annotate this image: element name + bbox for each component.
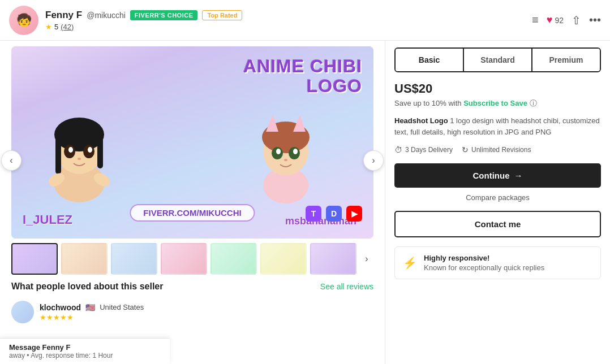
svg-point-20 xyxy=(293,149,298,154)
thumbnail-6[interactable] xyxy=(260,243,307,275)
star-icon: ★ xyxy=(45,23,52,31)
response-time: Avg. response time: 1 Hour xyxy=(31,352,113,359)
svg-point-8 xyxy=(88,147,92,153)
subscribe-to-save-link[interactable]: Subscribe to Save xyxy=(463,99,527,107)
responsive-text: Highly responsive! Known for exceptional… xyxy=(424,254,544,272)
chevron-right-icon: › xyxy=(372,155,375,166)
svg-point-2 xyxy=(54,118,104,151)
lightning-icon: ⚡ xyxy=(403,256,417,270)
social-icons: T D ▶ xyxy=(306,206,362,222)
reviews-title: What people loved about this seller xyxy=(11,281,163,292)
save-count: ♥ 92 xyxy=(547,14,564,26)
arrow-right-icon: → xyxy=(514,171,523,180)
thumbnail-5[interactable] xyxy=(211,243,257,275)
feature-delivery: ⏱ 3 Days Delivery xyxy=(394,145,453,154)
right-panel: Basic Standard Premium US$20 Save up to … xyxy=(385,41,610,364)
rating-count[interactable]: (42) xyxy=(61,23,74,31)
header-actions: ≡ ♥ 92 ⇧ ••• xyxy=(532,14,601,27)
chibi-character-left xyxy=(34,92,124,207)
youtube-icon: ▶ xyxy=(346,206,362,222)
rating-value: 5 xyxy=(54,23,58,31)
svg-point-9 xyxy=(78,158,81,160)
fiverrs-choice-badge: FIVERR'S CHOICE xyxy=(130,10,198,20)
gallery-image-bg: ANIME CHIBI LOGO xyxy=(11,46,373,239)
away-status: away xyxy=(9,352,25,359)
seller-handle: @mikucchi xyxy=(87,11,126,20)
package-features: ⏱ 3 Days Delivery ↻ Unlimited Revisions xyxy=(394,145,601,154)
package-description: Headshot Logo 1 logo design with headsho… xyxy=(394,115,601,137)
reviewer-info: klochwood 🇺🇸 United States ★★★★★ xyxy=(40,303,144,322)
message-bar-title: Message Fenny F xyxy=(9,343,161,352)
compare-packages-link[interactable]: Compare packages xyxy=(394,193,601,202)
main-content: ANIME CHIBI LOGO xyxy=(0,41,610,364)
message-bar-sub: away • Avg. response time: 1 Hour xyxy=(9,352,161,359)
refresh-icon: ↻ xyxy=(462,145,469,154)
seller-info: Fenny F @mikucchi FIVERR'S CHOICE Top Ra… xyxy=(45,10,242,31)
responsive-title: Highly responsive! xyxy=(424,254,544,262)
svg-point-7 xyxy=(68,147,73,153)
character-name-left: I_JULEZ xyxy=(23,213,72,227)
reviewer-avatar xyxy=(11,301,34,323)
revisions-text: Unlimited Revisions xyxy=(471,146,531,154)
reviewer-stars: ★★★★★ xyxy=(40,313,74,322)
tab-basic[interactable]: Basic xyxy=(396,49,464,71)
package-title: Headshot Logo xyxy=(394,116,448,125)
share-button[interactable]: ⇧ xyxy=(572,14,581,27)
anime-logo-title: ANIME CHIBI LOGO xyxy=(243,57,362,96)
gallery-prev-button[interactable]: ‹ xyxy=(1,150,22,171)
responsive-badge-box: ⚡ Highly responsive! Known for exception… xyxy=(394,246,601,279)
thumbnail-1[interactable] xyxy=(11,243,58,275)
gallery-next-button[interactable]: › xyxy=(363,150,384,171)
see-all-reviews-link[interactable]: See all reviews xyxy=(320,282,373,291)
left-panel: ANIME CHIBI LOGO xyxy=(0,41,385,364)
svg-point-19 xyxy=(276,149,281,154)
menu-icon: ≡ xyxy=(532,14,539,27)
heart-count-value: 92 xyxy=(555,16,564,25)
reviewer-flag-icon: 🇺🇸 xyxy=(85,303,95,312)
contact-me-button[interactable]: Contact me xyxy=(394,211,601,237)
thumbnail-7[interactable] xyxy=(310,243,356,275)
more-button[interactable]: ••• xyxy=(589,14,601,27)
responsive-subtitle: Known for exceptionally quick replies xyxy=(424,263,544,272)
image-gallery: ANIME CHIBI LOGO xyxy=(11,46,373,275)
main-image: ANIME CHIBI LOGO xyxy=(11,46,373,239)
discord-icon: D xyxy=(326,206,342,222)
avatar: 🧒 xyxy=(9,6,38,35)
top-rated-badge: Top Rated xyxy=(202,10,242,20)
tab-standard[interactable]: Standard xyxy=(464,49,532,71)
seller-username: Fenny F xyxy=(45,10,82,21)
svg-rect-4 xyxy=(97,135,103,168)
reviewer-country: United States xyxy=(100,303,144,311)
reviewer-row: klochwood 🇺🇸 United States ★★★★★ xyxy=(0,296,385,328)
info-icon: ⓘ xyxy=(530,99,537,107)
package-tabs: Basic Standard Premium xyxy=(394,47,601,72)
package-price: US$20 xyxy=(394,81,601,96)
feature-revisions: ↻ Unlimited Revisions xyxy=(462,145,531,154)
thumbnail-strip: › xyxy=(11,243,373,275)
reviews-header: What people loved about this seller See … xyxy=(11,281,373,292)
share-icon: ⇧ xyxy=(572,14,581,27)
message-bar: Message Fenny F away • Avg. response tim… xyxy=(0,338,170,364)
continue-label: Continue xyxy=(473,171,510,180)
thumbnail-3[interactable] xyxy=(111,243,157,275)
reviewer-name: klochwood xyxy=(40,303,81,312)
reviews-section: What people loved about this seller See … xyxy=(0,275,385,292)
continue-button[interactable]: Continue → xyxy=(394,163,601,188)
thumbnails-next-button[interactable]: › xyxy=(360,252,373,266)
chevron-left-icon: ‹ xyxy=(10,155,12,166)
thumbnail-4[interactable] xyxy=(161,243,207,275)
header: 🧒 Fenny F @mikucchi FIVERR'S CHOICE Top … xyxy=(0,0,610,41)
clock-icon: ⏱ xyxy=(394,145,402,154)
chibi-character-right xyxy=(243,98,328,207)
save-text: Save up to 10% with Subscribe to Save ⓘ xyxy=(394,98,601,109)
heart-icon: ♥ xyxy=(547,14,553,26)
delivery-text: 3 Days Delivery xyxy=(405,146,453,154)
thumbnail-2[interactable] xyxy=(61,243,108,275)
menu-button[interactable]: ≡ xyxy=(532,14,539,27)
reviewer-meta: ★★★★★ xyxy=(40,313,144,322)
twitch-icon: T xyxy=(306,206,321,222)
fiverr-url-label: FIVERR.COM/MIKUCCHI xyxy=(130,204,255,222)
svg-rect-3 xyxy=(55,135,61,174)
tab-premium[interactable]: Premium xyxy=(532,49,600,71)
svg-point-21 xyxy=(284,159,287,161)
